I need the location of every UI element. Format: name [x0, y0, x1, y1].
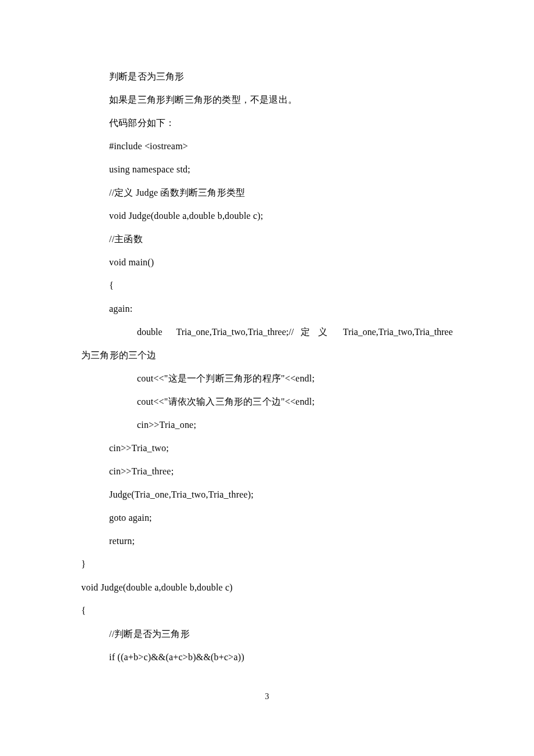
code-line: void Judge(double a,double b,double c);: [81, 204, 453, 228]
code-line: //定义 Judge 函数判断三角形类型: [81, 181, 453, 204]
code-line: }: [81, 553, 453, 576]
code-line: if ((a+b>c)&&(a+c>b)&&(b+c>a)): [81, 646, 453, 669]
code-line: #include <iostream>: [81, 135, 453, 158]
code-line: {: [81, 599, 453, 622]
code-line: again:: [81, 297, 453, 321]
code-line: cout<<"这是一个判断三角形的程序"<<endl;: [81, 367, 453, 390]
code-line: goto again;: [81, 506, 453, 530]
document-body: 判断是否为三角形 如果是三角形判断三角形的类型，不是退出。 代码部分如下： #i…: [81, 65, 453, 669]
code-line: using namespace std;: [81, 158, 453, 181]
code-line: cin>>Tria_two;: [81, 437, 453, 460]
code-line: 为三角形的三个边: [81, 344, 453, 367]
code-text: double Tria_one,Tria_two,Tria_three;// 定…: [137, 327, 453, 337]
text-line: 代码部分如下：: [81, 111, 453, 135]
code-line-wrapped: double Tria_one,Tria_two,Tria_three;// 定…: [81, 321, 453, 344]
code-line: cin>>Tria_three;: [81, 460, 453, 483]
page-number: 3: [0, 692, 534, 701]
code-line: //主函数: [81, 228, 453, 251]
code-line: //判断是否为三角形: [81, 622, 453, 646]
code-line: return;: [81, 530, 453, 553]
code-line: Judge(Tria_one,Tria_two,Tria_three);: [81, 483, 453, 506]
text-line: 判断是否为三角形: [81, 65, 453, 88]
code-line: cin>>Tria_one;: [81, 413, 453, 437]
code-line: void main(): [81, 251, 453, 274]
text-line: 如果是三角形判断三角形的类型，不是退出。: [81, 88, 453, 111]
code-line: cout<<"请依次输入三角形的三个边"<<endl;: [81, 390, 453, 413]
document-page: 判断是否为三角形 如果是三角形判断三角形的类型，不是退出。 代码部分如下： #i…: [0, 0, 534, 756]
code-line: {: [81, 274, 453, 297]
code-line: void Judge(double a,double b,double c): [81, 576, 453, 599]
